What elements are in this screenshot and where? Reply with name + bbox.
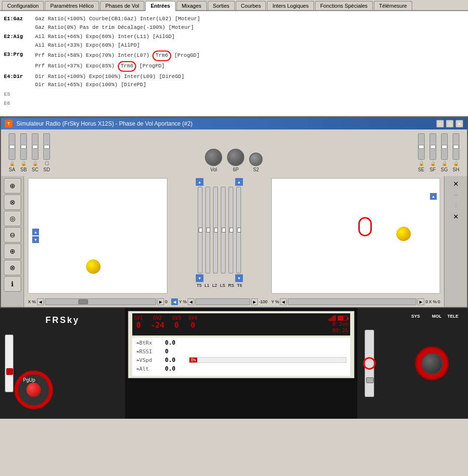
tab-sorties[interactable]: Sorties xyxy=(208,1,235,10)
tele-label: TELE xyxy=(447,314,458,319)
sidebar-icon-1[interactable]: ⊕ xyxy=(4,178,21,193)
sidebar-right-icon-2[interactable]: ✕ xyxy=(451,211,461,222)
ch-slider-ls[interactable] xyxy=(221,187,226,273)
ch-arrow-down-2[interactable]: ▼ xyxy=(235,274,243,282)
tab-parametres-helico[interactable]: Paramètres Hélico xyxy=(45,1,99,10)
slider-sd[interactable] xyxy=(43,133,50,160)
simulator-window: T Simulateur Radio (FrSky Horus X12S) - … xyxy=(0,117,468,308)
slider-sc[interactable] xyxy=(32,133,38,160)
knob-6p[interactable] xyxy=(227,149,244,166)
left-x-scroll-thumb xyxy=(78,299,88,304)
left-joy-arrow-up[interactable]: ▲ xyxy=(32,229,39,235)
simulator-title: Simulateur Radio (FrSky Horus X12S) - Ph… xyxy=(16,120,192,127)
sidebar-icon-4[interactable]: ⊖ xyxy=(4,227,21,243)
lock-sd: ☐ xyxy=(45,161,49,166)
left-scrollbar-area: X % ◀ ▶ 0 xyxy=(28,298,167,305)
right-y-scrollbar[interactable] xyxy=(288,298,417,305)
slider-se-label: SE xyxy=(418,167,424,172)
slider-sg[interactable] xyxy=(441,133,448,160)
right-joystick-ball[interactable] xyxy=(396,227,411,241)
slider-se[interactable] xyxy=(418,133,425,160)
ch-thumb-t6 xyxy=(237,228,241,232)
entry-e4-lines: Dir Ratio(+100%) Expo(100%) Inter(L09) [… xyxy=(35,73,464,90)
ch-label-t6: T6 xyxy=(237,283,242,288)
gv1-label: GV1 xyxy=(134,315,143,321)
center-slider-thumb xyxy=(366,377,374,383)
left-y-scroll-left[interactable]: ◀ xyxy=(188,298,194,305)
mol-knob[interactable] xyxy=(415,347,449,380)
tab-configuration[interactable]: Configuration xyxy=(2,1,44,10)
ch-slider-t5[interactable] xyxy=(198,187,202,273)
tab-phases-de-vol[interactable]: Phases de Vol xyxy=(100,1,144,10)
entry-e4: E4:Dir Dir Ratio(+100%) Expo(100%) Inter… xyxy=(4,73,464,90)
left-x-val: 0 xyxy=(165,299,167,304)
ch-thumb-t5 xyxy=(199,228,202,232)
maximize-button[interactable]: □ xyxy=(446,120,454,128)
left-y-scrollbar[interactable] xyxy=(195,298,250,305)
slider-sg-group: 🔒 SG xyxy=(441,133,448,172)
display-time: 09:25 xyxy=(332,327,348,334)
right-joy-arrow-up[interactable]: ▲ xyxy=(430,193,437,200)
sidebar-right-icon-1[interactable]: ✕ xyxy=(451,178,461,190)
sidebar-icon-7[interactable]: ℹ xyxy=(4,276,21,292)
right-scrollbar-area: Y % ◀ ▶ 0 X % 0 xyxy=(271,298,440,305)
ch-slider-l1[interactable] xyxy=(205,187,210,273)
ch-slider-l2[interactable] xyxy=(213,187,218,273)
left-y-scroll-right[interactable]: ▶ xyxy=(251,298,258,305)
close-button[interactable]: ✕ xyxy=(455,120,463,128)
knob-s2[interactable] xyxy=(249,153,263,166)
sidebar-icon-5[interactable]: ⊕ xyxy=(4,244,21,259)
ch-arrow-down-1[interactable]: ▼ xyxy=(196,274,203,282)
center-sliders-area: ▲ ▲ xyxy=(171,178,267,294)
right-y-scroll-right[interactable]: ▶ xyxy=(417,298,424,305)
sidebar-icon-6[interactable]: ⊗ xyxy=(4,260,21,275)
telem-vspd-value: 0.0 xyxy=(165,357,189,363)
left-v-slider[interactable] xyxy=(5,334,13,392)
telem-vspd: ❧VSpd 0.0 0% xyxy=(136,357,346,363)
slider-sa[interactable] xyxy=(9,133,15,160)
tab-fonctions-speciales[interactable]: Fonctions Spéciales xyxy=(315,1,373,10)
radio-center-slider[interactable] xyxy=(365,330,374,397)
ch-thumb-l1 xyxy=(206,228,210,232)
center-scroll-left[interactable]: ◀ xyxy=(171,298,178,305)
frsky-logo: FRSky xyxy=(45,315,79,325)
sidebar-icon-2[interactable]: ⊗ xyxy=(4,194,21,210)
gv3-item: GV3 0 xyxy=(172,315,181,334)
tab-courbes[interactable]: Courbes xyxy=(236,1,266,10)
left-x-scroll-left[interactable]: ◀ xyxy=(37,298,44,305)
lock-sc: 🔒 xyxy=(32,161,38,166)
ch-arrow-up-2[interactable]: ▲ xyxy=(235,178,243,186)
tab-inters-logiques[interactable]: Inters Logiques xyxy=(267,1,314,10)
knob-vol[interactable] xyxy=(205,149,222,166)
minimize-button[interactable]: ─ xyxy=(436,120,444,128)
slider-sd-label: SD xyxy=(43,167,50,172)
sidebar-icon-3[interactable]: ◎ xyxy=(4,211,21,226)
left-x-scrollbar[interactable] xyxy=(45,298,156,305)
left-joystick-ball[interactable] xyxy=(86,259,101,274)
gv2-value: -24 xyxy=(151,321,164,330)
ch-arrow-up-1[interactable]: ▲ xyxy=(196,178,203,186)
right-y-scroll-left[interactable]: ◀ xyxy=(280,298,287,305)
right-x-val: 0 xyxy=(438,299,440,304)
slider-sb[interactable] xyxy=(20,133,27,160)
sim-app-icon: T xyxy=(5,120,13,128)
left-joystick-center[interactable] xyxy=(26,383,41,397)
ch-slider-t6[interactable] xyxy=(236,187,241,273)
entry-e2-label: E2:Aig xyxy=(4,33,35,50)
tab-telemesure[interactable]: Télémesure xyxy=(374,1,412,10)
left-x-scroll-right[interactable]: ▶ xyxy=(157,298,164,305)
up-arrows-row: ▲ ▲ xyxy=(196,178,243,186)
slider-sf[interactable] xyxy=(430,133,436,160)
telem-rssi: ❧RSSI 0 xyxy=(136,348,346,355)
tab-mixages[interactable]: Mixages xyxy=(177,1,207,10)
channel-labels: T5 L1 L2 LS RS T6 xyxy=(197,283,242,288)
slider-sa-group: 🔒 SA xyxy=(9,133,15,172)
left-joy-arrow-down[interactable]: ▼ xyxy=(32,236,39,243)
right-y-val: 0 xyxy=(425,299,428,304)
ch-thumb-rs xyxy=(229,228,233,232)
gv1-value: 0 xyxy=(136,321,141,330)
slider-sh[interactable] xyxy=(453,133,459,160)
left-joy-arrows: ▲ ▼ xyxy=(32,229,39,243)
tab-entrees[interactable]: Entrées xyxy=(145,1,175,11)
ch-slider-rs[interactable] xyxy=(228,187,233,273)
